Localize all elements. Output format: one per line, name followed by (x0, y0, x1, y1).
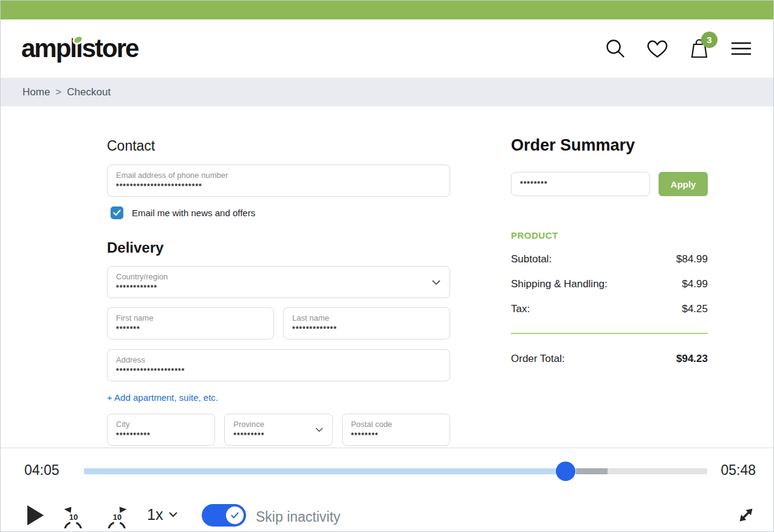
toggle-knob (226, 506, 244, 524)
tax-row: Tax: $4.25 (511, 303, 708, 315)
subtotal-value: $84.99 (676, 253, 708, 265)
breadcrumb-separator: > (55, 86, 61, 98)
total-time: 05:48 (721, 462, 756, 479)
country-label: Country/region (116, 271, 441, 282)
email-label: Email address of phone number (116, 170, 441, 180)
forward-10-button[interactable]: 10 (105, 504, 129, 528)
checkmark-icon (229, 510, 241, 521)
coupon-value: ******** (520, 179, 547, 189)
summary-divider (511, 333, 708, 334)
chevron-down-icon (169, 512, 177, 517)
province-label: Province (233, 419, 323, 429)
breadcrumb-home[interactable]: Home (22, 86, 50, 98)
chevron-down-icon (315, 428, 323, 432)
postal-code-input[interactable]: Postal code ******** (342, 414, 450, 446)
subtotal-label: Subtotal: (511, 253, 552, 265)
play-button[interactable] (27, 505, 44, 525)
city-input[interactable]: City ********** (107, 414, 215, 446)
province-value: ********* (233, 431, 323, 441)
progress-fill (84, 468, 566, 474)
last-name-input[interactable]: Last name ************* (283, 307, 450, 339)
country-select[interactable]: Country/region ************ (107, 266, 450, 298)
slider-handle[interactable] (556, 462, 575, 481)
skip-inactivity-toggle[interactable] (202, 504, 246, 527)
address-input[interactable]: Address ******************** (107, 349, 450, 381)
store-logo[interactable]: amplistore (21, 34, 138, 63)
rewind-10-button[interactable]: 10 (61, 504, 86, 528)
shipping-value: $4.99 (682, 278, 708, 290)
site-header: amplistore 3 (1, 19, 773, 78)
rewind-10-value: 10 (69, 513, 78, 522)
forward-10-value: 10 (113, 513, 122, 522)
search-icon[interactable] (604, 37, 627, 60)
email-input[interactable]: Email address of phone number **********… (107, 165, 450, 197)
tax-value: $4.25 (682, 303, 708, 315)
player-controls: 10 10 1x Skip inactivity (1, 500, 773, 532)
fullscreen-icon[interactable] (735, 504, 757, 526)
add-apartment-link[interactable]: + Add apartment, suite, etc. (107, 392, 218, 403)
newsletter-label: Email me with news and offers (132, 208, 255, 218)
country-value: ************ (116, 283, 441, 293)
checkmark-icon (113, 210, 121, 216)
address-value: ******************** (116, 366, 441, 377)
province-select[interactable]: Province ********* (224, 414, 332, 446)
product-section-label: PRODUCT (511, 230, 708, 240)
speed-value: 1x (147, 506, 163, 523)
cart-count-badge: 3 (701, 32, 717, 48)
checkout-page: Contact Email address of phone number **… (1, 106, 773, 447)
hamburger-menu-icon[interactable] (730, 37, 753, 60)
skip-inactivity-label: Skip inactivity (256, 509, 340, 525)
order-total-label: Order Total: (511, 353, 565, 365)
chevron-down-icon (432, 280, 440, 285)
first-name-label: First name (116, 313, 265, 323)
city-label: City (116, 419, 206, 429)
first-name-input[interactable]: First name ******* (107, 307, 274, 339)
apply-button[interactable]: Apply (659, 172, 708, 196)
address-label: Address (116, 355, 441, 365)
order-summary-heading: Order Summary (511, 136, 708, 155)
breadcrumb: Home > Checkout (1, 78, 773, 106)
breadcrumb-checkout: Checkout (67, 86, 111, 98)
shipping-label: Shipping & Handling: (511, 278, 608, 290)
cart-bag-icon[interactable]: 3 (688, 37, 711, 60)
newsletter-checkbox[interactable] (111, 206, 123, 219)
delivery-heading: Delivery (107, 239, 450, 256)
tax-label: Tax: (511, 303, 530, 315)
postal-code-value: ******** (351, 431, 441, 441)
city-value: ********** (116, 431, 206, 441)
email-value: ************************* (116, 182, 441, 192)
last-name-label: Last name (292, 313, 441, 323)
subtotal-row: Subtotal: $84.99 (511, 253, 708, 265)
postal-code-label: Postal code (351, 419, 441, 429)
current-time: 04:05 (24, 462, 60, 479)
order-total-value: $94.23 (676, 353, 708, 365)
announcement-bar (1, 1, 773, 19)
first-name-value: ******* (116, 324, 265, 335)
coupon-input[interactable]: ******** (511, 172, 650, 196)
order-total-row: Order Total: $94.23 (511, 353, 708, 365)
contact-heading: Contact (107, 138, 450, 154)
shipping-row: Shipping & Handling: $4.99 (511, 278, 708, 290)
timeline-slider[interactable] (84, 468, 707, 474)
last-name-value: ************* (292, 324, 441, 335)
playback-speed-selector[interactable]: 1x (147, 506, 177, 523)
inactivity-segment (576, 468, 608, 474)
wishlist-heart-icon[interactable] (646, 37, 669, 60)
replay-player-bar: 04:05 05:48 10 10 1x (1, 448, 773, 531)
